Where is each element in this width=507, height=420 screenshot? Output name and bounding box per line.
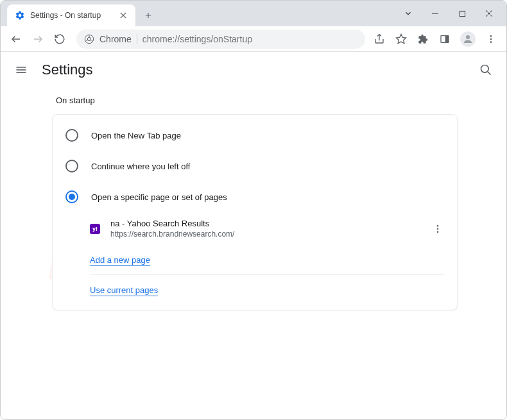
option-continue[interactable]: Continue where you left off <box>53 151 457 181</box>
address-bar[interactable]: Chrome chrome://settings/onStartup <box>76 29 365 49</box>
settings-main: On startup Open the New Tab page Continu… <box>1 88 506 310</box>
sidepanel-icon[interactable] <box>438 33 451 46</box>
radio-label: Open the New Tab page <box>91 131 181 140</box>
svg-point-29 <box>437 228 439 230</box>
extensions-icon[interactable] <box>417 33 429 46</box>
svg-rect-24 <box>17 69 26 71</box>
browser-tab[interactable]: Settings - On startup <box>7 4 135 26</box>
radio-icon[interactable] <box>65 129 78 142</box>
back-button[interactable] <box>7 30 25 48</box>
chevron-down-icon[interactable] <box>402 8 414 19</box>
yahoo-favicon: y! <box>90 224 100 234</box>
section-title: On startup <box>56 96 506 105</box>
share-icon[interactable] <box>373 33 386 46</box>
svg-point-11 <box>87 37 90 40</box>
address-separator <box>137 34 137 44</box>
maximize-icon[interactable] <box>456 8 468 19</box>
use-current-link[interactable]: Use current pages <box>90 285 158 296</box>
address-url: chrome://settings/onStartup <box>142 34 252 44</box>
svg-marker-16 <box>397 34 406 43</box>
option-new-tab[interactable]: Open the New Tab page <box>53 120 457 151</box>
reload-button[interactable] <box>51 30 69 48</box>
svg-rect-25 <box>17 72 26 73</box>
minimize-icon[interactable] <box>429 8 441 19</box>
gear-icon <box>15 10 25 21</box>
kebab-menu-icon[interactable] <box>485 33 497 46</box>
startup-card: Open the New Tab page Continue where you… <box>52 114 458 310</box>
window-controls <box>391 1 506 26</box>
radio-icon[interactable] <box>65 190 78 203</box>
svg-point-30 <box>437 231 439 233</box>
toolbar-actions <box>373 31 500 47</box>
radio-label: Open a specific page or set of pages <box>91 192 227 202</box>
option-specific-pages[interactable]: Open a specific page or set of pages <box>53 181 457 212</box>
svg-point-22 <box>490 41 492 43</box>
svg-line-27 <box>488 72 491 75</box>
svg-point-28 <box>437 225 439 227</box>
page-title: Settings <box>42 62 465 78</box>
close-icon[interactable] <box>483 8 495 19</box>
svg-point-20 <box>490 35 492 37</box>
radio-label: Continue where you left off <box>91 162 190 171</box>
svg-rect-23 <box>17 67 26 68</box>
search-icon[interactable] <box>478 62 494 78</box>
svg-rect-18 <box>445 35 449 42</box>
svg-point-19 <box>466 35 470 39</box>
startup-page-entry: y! na - Yahoo Search Results https://sea… <box>53 212 457 245</box>
svg-point-21 <box>490 38 492 40</box>
add-page-row: Add a new page <box>53 245 457 274</box>
page-entry-url: https://search.brandnewsearch.com/ <box>110 230 421 239</box>
svg-point-26 <box>481 65 489 73</box>
settings-header: Settings <box>1 52 506 88</box>
chrome-icon <box>84 34 94 44</box>
new-tab-button[interactable] <box>139 6 157 24</box>
page-content: pcrisk.com Settings On startup Open the … <box>1 52 506 419</box>
svg-rect-1 <box>460 11 465 16</box>
tab-close-icon[interactable] <box>119 11 128 20</box>
add-page-link[interactable]: Add a new page <box>90 255 150 266</box>
more-options-icon[interactable] <box>431 223 444 235</box>
forward-button[interactable] <box>29 30 47 48</box>
hamburger-menu-icon[interactable] <box>13 62 29 78</box>
page-entry-title: na - Yahoo Search Results <box>110 219 421 228</box>
profile-avatar[interactable] <box>460 31 476 47</box>
tab-title: Settings - On startup <box>30 11 114 20</box>
browser-toolbar: Chrome chrome://settings/onStartup <box>1 26 506 52</box>
bookmark-icon[interactable] <box>395 33 408 46</box>
use-current-row: Use current pages <box>53 275 457 305</box>
radio-icon[interactable] <box>65 160 78 172</box>
page-info: na - Yahoo Search Results https://search… <box>110 219 421 239</box>
address-prefix: Chrome <box>99 34 132 44</box>
